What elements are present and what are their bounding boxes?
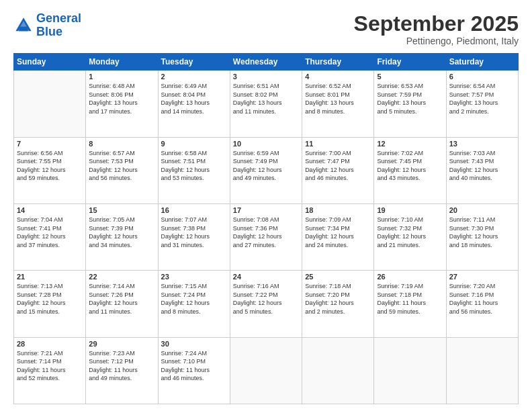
calendar-cell: 9Sunrise: 6:58 AM Sunset: 7:51 PM Daylig…	[158, 137, 230, 203]
day-info: Sunrise: 6:53 AM Sunset: 7:59 PM Dayligh…	[377, 82, 443, 116]
day-info: Sunrise: 7:02 AM Sunset: 7:45 PM Dayligh…	[377, 149, 443, 183]
day-number: 27	[449, 273, 515, 281]
calendar-week-row: 1Sunrise: 6:48 AM Sunset: 8:06 PM Daylig…	[14, 71, 519, 137]
calendar-day-header: Saturday	[446, 54, 518, 71]
calendar-day-header: Tuesday	[158, 54, 230, 71]
day-number: 26	[377, 273, 443, 281]
day-number: 17	[233, 206, 299, 214]
calendar-day-header: Friday	[374, 54, 446, 71]
month-title: September 2025	[354, 12, 519, 36]
day-info: Sunrise: 7:03 AM Sunset: 7:43 PM Dayligh…	[449, 149, 515, 183]
day-number: 16	[161, 206, 227, 214]
day-info: Sunrise: 7:05 AM Sunset: 7:39 PM Dayligh…	[89, 216, 154, 249]
calendar-cell	[374, 337, 446, 404]
day-number: 8	[89, 140, 154, 148]
day-info: Sunrise: 6:49 AM Sunset: 8:04 PM Dayligh…	[161, 82, 227, 116]
day-info: Sunrise: 7:16 AM Sunset: 7:22 PM Dayligh…	[233, 282, 299, 316]
calendar-cell: 3Sunrise: 6:51 AM Sunset: 8:02 PM Daylig…	[230, 71, 302, 137]
day-number: 28	[17, 340, 83, 348]
day-info: Sunrise: 6:54 AM Sunset: 7:57 PM Dayligh…	[449, 82, 515, 116]
day-info: Sunrise: 6:59 AM Sunset: 7:49 PM Dayligh…	[233, 149, 299, 183]
day-info: Sunrise: 7:24 AM Sunset: 7:10 PM Dayligh…	[161, 349, 227, 383]
calendar-cell: 28Sunrise: 7:21 AM Sunset: 7:14 PM Dayli…	[14, 337, 86, 404]
day-number: 3	[233, 73, 299, 81]
logo: General Blue	[13, 12, 81, 39]
calendar-header-row: SundayMondayTuesdayWednesdayThursdayFrid…	[14, 54, 519, 71]
calendar-cell: 19Sunrise: 7:10 AM Sunset: 7:32 PM Dayli…	[374, 203, 446, 270]
calendar-cell: 13Sunrise: 7:03 AM Sunset: 7:43 PM Dayli…	[446, 137, 518, 203]
calendar-week-row: 14Sunrise: 7:04 AM Sunset: 7:41 PM Dayli…	[14, 203, 519, 270]
day-number: 1	[89, 73, 154, 81]
day-number: 25	[305, 273, 371, 281]
day-info: Sunrise: 7:15 AM Sunset: 7:24 PM Dayligh…	[161, 282, 227, 316]
day-number: 14	[17, 206, 83, 214]
calendar-cell	[14, 71, 86, 137]
day-number: 11	[305, 140, 371, 148]
location: Pettinengo, Piedmont, Italy	[354, 36, 519, 46]
calendar-cell: 10Sunrise: 6:59 AM Sunset: 7:49 PM Dayli…	[230, 137, 302, 203]
calendar-cell: 11Sunrise: 7:00 AM Sunset: 7:47 PM Dayli…	[302, 137, 374, 203]
calendar-cell: 29Sunrise: 7:23 AM Sunset: 7:12 PM Dayli…	[86, 337, 158, 404]
logo-line1: General	[36, 11, 81, 25]
day-info: Sunrise: 7:19 AM Sunset: 7:18 PM Dayligh…	[377, 282, 443, 316]
calendar-week-row: 7Sunrise: 6:56 AM Sunset: 7:55 PM Daylig…	[14, 137, 519, 203]
day-number: 6	[449, 73, 515, 81]
calendar-cell: 6Sunrise: 6:54 AM Sunset: 7:57 PM Daylig…	[446, 71, 518, 137]
calendar-day-header: Wednesday	[230, 54, 302, 71]
day-number: 15	[89, 206, 154, 214]
day-number: 4	[305, 73, 371, 81]
calendar-cell: 30Sunrise: 7:24 AM Sunset: 7:10 PM Dayli…	[158, 337, 230, 404]
day-number: 24	[233, 273, 299, 281]
day-number: 18	[305, 206, 371, 214]
day-info: Sunrise: 7:07 AM Sunset: 7:38 PM Dayligh…	[161, 216, 227, 249]
calendar-cell: 14Sunrise: 7:04 AM Sunset: 7:41 PM Dayli…	[14, 203, 86, 270]
calendar-cell: 16Sunrise: 7:07 AM Sunset: 7:38 PM Dayli…	[158, 203, 230, 270]
day-number: 23	[161, 273, 227, 281]
calendar-day-header: Sunday	[14, 54, 86, 71]
day-info: Sunrise: 7:18 AM Sunset: 7:20 PM Dayligh…	[305, 282, 371, 316]
day-info: Sunrise: 7:13 AM Sunset: 7:28 PM Dayligh…	[17, 282, 83, 316]
calendar-cell: 8Sunrise: 6:57 AM Sunset: 7:53 PM Daylig…	[86, 137, 158, 203]
calendar-cell: 23Sunrise: 7:15 AM Sunset: 7:24 PM Dayli…	[158, 271, 230, 337]
day-number: 10	[233, 140, 299, 148]
calendar-cell: 26Sunrise: 7:19 AM Sunset: 7:18 PM Dayli…	[374, 271, 446, 337]
title-block: September 2025 Pettinengo, Piedmont, Ita…	[354, 12, 519, 46]
day-info: Sunrise: 7:14 AM Sunset: 7:26 PM Dayligh…	[89, 282, 154, 316]
calendar-cell: 7Sunrise: 6:56 AM Sunset: 7:55 PM Daylig…	[14, 137, 86, 203]
logo-text: General Blue	[36, 12, 81, 39]
day-number: 7	[17, 140, 83, 148]
calendar-cell	[302, 337, 374, 404]
calendar-cell: 20Sunrise: 7:11 AM Sunset: 7:30 PM Dayli…	[446, 203, 518, 270]
day-info: Sunrise: 7:23 AM Sunset: 7:12 PM Dayligh…	[89, 349, 154, 383]
day-info: Sunrise: 7:21 AM Sunset: 7:14 PM Dayligh…	[17, 349, 83, 383]
day-info: Sunrise: 7:10 AM Sunset: 7:32 PM Dayligh…	[377, 216, 443, 249]
calendar-cell: 15Sunrise: 7:05 AM Sunset: 7:39 PM Dayli…	[86, 203, 158, 270]
day-info: Sunrise: 6:56 AM Sunset: 7:55 PM Dayligh…	[17, 149, 83, 183]
day-number: 5	[377, 73, 443, 81]
header: General Blue September 2025 Pettinengo, …	[13, 12, 519, 46]
svg-rect-2	[19, 26, 28, 31]
calendar-cell	[446, 337, 518, 404]
day-info: Sunrise: 6:51 AM Sunset: 8:02 PM Dayligh…	[233, 82, 299, 116]
day-info: Sunrise: 7:09 AM Sunset: 7:34 PM Dayligh…	[305, 216, 371, 249]
day-info: Sunrise: 6:52 AM Sunset: 8:01 PM Dayligh…	[305, 82, 371, 116]
day-number: 20	[449, 206, 515, 214]
calendar-cell: 2Sunrise: 6:49 AM Sunset: 8:04 PM Daylig…	[158, 71, 230, 137]
day-number: 2	[161, 73, 227, 81]
calendar-table: SundayMondayTuesdayWednesdayThursdayFrid…	[13, 53, 519, 404]
calendar-cell: 4Sunrise: 6:52 AM Sunset: 8:01 PM Daylig…	[302, 71, 374, 137]
day-info: Sunrise: 7:20 AM Sunset: 7:16 PM Dayligh…	[449, 282, 515, 316]
calendar-cell: 22Sunrise: 7:14 AM Sunset: 7:26 PM Dayli…	[86, 271, 158, 337]
day-number: 12	[377, 140, 443, 148]
calendar-day-header: Monday	[86, 54, 158, 71]
calendar-cell: 18Sunrise: 7:09 AM Sunset: 7:34 PM Dayli…	[302, 203, 374, 270]
calendar-week-row: 21Sunrise: 7:13 AM Sunset: 7:28 PM Dayli…	[14, 271, 519, 337]
calendar-cell: 17Sunrise: 7:08 AM Sunset: 7:36 PM Dayli…	[230, 203, 302, 270]
day-number: 9	[161, 140, 227, 148]
logo-icon	[13, 15, 34, 36]
day-info: Sunrise: 7:11 AM Sunset: 7:30 PM Dayligh…	[449, 216, 515, 249]
page: General Blue September 2025 Pettinengo, …	[0, 0, 532, 411]
day-info: Sunrise: 7:00 AM Sunset: 7:47 PM Dayligh…	[305, 149, 371, 183]
day-info: Sunrise: 6:48 AM Sunset: 8:06 PM Dayligh…	[89, 82, 154, 116]
day-number: 29	[89, 340, 154, 348]
